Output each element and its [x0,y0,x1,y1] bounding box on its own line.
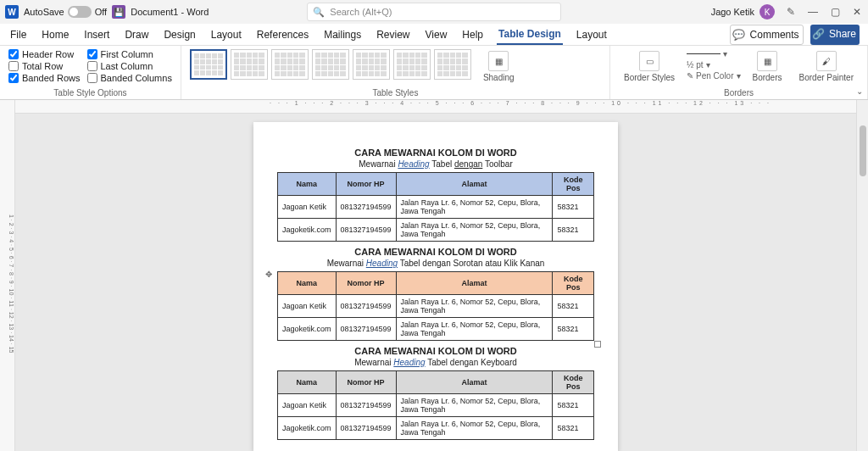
tab-home[interactable]: Home [40,25,70,44]
th[interactable]: Nomor HP [336,173,396,196]
shading-button[interactable]: ▦Shading [478,49,520,84]
autosave-toggle[interactable]: AutoSave Off [24,6,107,18]
chk-label: Header Row [22,49,74,59]
border-styles-label: Border Styles [624,73,675,82]
share-button[interactable]: 🔗 Share [810,25,860,45]
border-painter-icon: 🖌 [816,51,837,71]
tab-view[interactable]: View [424,25,449,44]
page[interactable]: CARA MEWARNAI KOLOM DI WORD Mewarnai Hea… [253,122,618,451]
tab-layout[interactable]: Layout [209,25,243,44]
group-label: Table Styles [190,88,601,97]
th[interactable]: Alamat [396,371,553,394]
th[interactable]: Kode Pos [553,371,594,394]
table-row[interactable]: Jagoan Ketik081327194599Jalan Raya Lr. 6… [278,295,594,318]
vertical-scrollbar[interactable] [856,100,868,451]
group-label: Table Style Options [8,88,172,97]
document-area[interactable]: CARA MEWARNAI KOLOM DI WORD Mewarnai Hea… [15,114,856,451]
avatar: K [760,4,775,19]
collapse-ribbon-icon[interactable]: ⌄ [856,86,863,96]
style-thumb[interactable] [434,49,471,80]
tab-draw[interactable]: Draw [123,25,150,44]
section-title: CARA MEWARNAI KOLOM DI WORD [277,346,594,356]
minimize-icon[interactable]: — [807,6,819,18]
pen-icon[interactable]: ✎ [785,6,797,18]
style-thumb[interactable] [190,49,227,80]
th[interactable]: Alamat [396,272,553,295]
line-weight-dropdown[interactable]: ½ pt ▾ [687,60,740,70]
tab-file[interactable]: File [8,25,28,44]
line-style-dropdown[interactable]: ▾ [687,49,740,58]
border-painter-label: Border Painter [799,73,854,82]
table-style-gallery[interactable] [190,49,471,84]
section-title: CARA MEWARNAI KOLOM DI WORD [277,148,594,158]
ribbon: Header Row Total Row Banded Rows First C… [0,46,868,100]
chk-label: Banded Rows [22,73,81,83]
tab-table-design[interactable]: Table Design [497,25,563,45]
search-placeholder: Search (Alt+Q) [330,7,392,17]
th[interactable]: Kode Pos [553,272,594,295]
style-thumb[interactable] [353,49,390,80]
tab-mailings[interactable]: Mailings [322,25,363,44]
search-icon: 🔍 [313,7,325,18]
table-row[interactable]: Jagoketik.com081327194599Jalan Raya Lr. … [278,219,594,242]
table-row[interactable]: Jagoan Ketik081327194599Jalan Raya Lr. 6… [278,394,594,417]
th[interactable]: Nama [278,173,337,196]
table-row[interactable]: Jagoketik.com081327194599Jalan Raya Lr. … [278,417,594,440]
tab-references[interactable]: References [255,25,310,44]
tab-insert[interactable]: Insert [82,25,111,44]
borders-label: Borders [753,73,782,82]
search-input[interactable]: 🔍 Search (Alt+Q) [307,3,561,21]
save-icon[interactable]: 💾 [112,5,125,19]
scrollbar-thumb[interactable] [860,125,866,176]
chk-label: First Column [101,49,153,59]
autosave-state: Off [95,7,107,17]
th[interactable]: Nama [278,371,337,394]
tab-help[interactable]: Help [460,25,485,44]
user-name: Jago Ketik [711,7,754,17]
table-row[interactable]: Jagoan Ketik081327194599Jalan Raya Lr. 6… [278,196,594,219]
section-subtitle: Mewarnai Heading Tabel dengan Keyboard [277,358,594,367]
data-table-3[interactable]: NamaNomor HPAlamatKode Pos Jagoan Ketik0… [277,370,594,440]
close-icon[interactable]: ✕ [851,6,863,18]
user-account[interactable]: Jago Ketik K [711,4,775,19]
border-line-controls: ▾ ½ pt ▾ ✎ Pen Color ▾ [687,49,740,84]
workspace: 1 · 2 · 3 · 4 · 5 · 6 · 7 · 8 · 9 · 10 ·… [0,100,868,451]
th[interactable]: Nama [278,272,337,295]
chk-first-column[interactable]: First Column [87,49,172,59]
borders-icon: ▦ [757,51,777,71]
group-label: Borders [619,88,859,97]
th[interactable]: Kode Pos [553,173,594,196]
chk-banded-rows[interactable]: Banded Rows [8,73,81,83]
chk-header-row[interactable]: Header Row [8,49,81,59]
group-table-styles: ▦Shading Table Styles [181,46,610,99]
border-painter-button[interactable]: 🖌Border Painter [794,49,859,84]
section-subtitle: Mewarnai Heading Tabel dengan Sorotan at… [277,259,594,268]
shading-icon: ▦ [488,51,509,71]
group-table-style-options: Header Row Total Row Banded Rows First C… [0,46,181,99]
tab-review[interactable]: Review [375,25,411,44]
style-thumb[interactable] [393,49,431,80]
toggle-switch-icon[interactable] [68,6,92,18]
tab-layout2[interactable]: Layout [575,25,609,44]
tab-design[interactable]: Design [162,25,197,44]
maximize-icon[interactable]: ▢ [829,6,841,18]
style-thumb[interactable] [231,49,268,80]
chk-total-row[interactable]: Total Row [8,61,81,71]
style-thumb[interactable] [312,49,349,80]
th[interactable]: Nomor HP [336,371,396,394]
border-styles-button[interactable]: ▭Border Styles [619,49,680,84]
table-row[interactable]: Jagoketik.com081327194599Jalan Raya Lr. … [278,318,594,341]
border-styles-icon: ▭ [639,51,659,71]
th[interactable]: Nomor HP [336,272,396,295]
chk-banded-columns[interactable]: Banded Columns [87,73,172,83]
chk-last-column[interactable]: Last Column [87,61,172,71]
comments-button[interactable]: 💬 Comments [730,25,803,45]
borders-button[interactable]: ▦Borders [748,49,787,84]
data-table-1[interactable]: NamaNomor HPAlamatKode Pos Jagoan Ketik0… [277,172,594,242]
style-thumb[interactable] [271,49,309,80]
th[interactable]: Alamat [396,173,553,196]
data-table-2[interactable]: NamaNomor HPAlamatKode Pos Jagoan Ketik0… [277,271,594,341]
section-title: CARA MEWARNAI KOLOM DI WORD [277,247,594,257]
pen-color-dropdown[interactable]: ✎ Pen Color ▾ [687,71,740,81]
menu-tabs: File Home Insert Draw Design Layout Refe… [0,24,868,46]
